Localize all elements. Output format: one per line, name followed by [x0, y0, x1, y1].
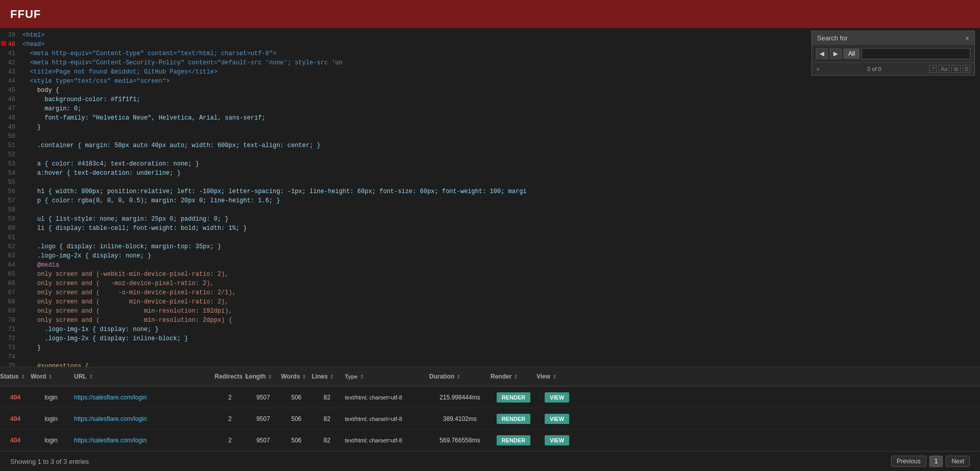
line-number: 61: [0, 233, 20, 242]
line-content: font-family: "Helvetica Neue", Helvetica…: [20, 113, 980, 123]
th-duration[interactable]: Duration ⇕: [429, 373, 491, 380]
line-number: 57: [0, 196, 20, 205]
render-button[interactable]: RENDER: [497, 435, 530, 445]
table-row: 404 login https://salesflare.com/login 2…: [0, 408, 980, 430]
view-button[interactable]: VIEW: [545, 414, 569, 424]
search-panel: Search for × ◀ ▶ All + 0 of 0 .* Aa \b S: [811, 31, 975, 76]
view-button[interactable]: VIEW: [545, 392, 569, 403]
cell-duration: 389.4102ms: [429, 415, 491, 422]
code-line: 67 only screen and ( -o-min-device-pixel…: [0, 288, 980, 297]
render-button[interactable]: RENDER: [497, 414, 530, 424]
line-number: 41: [0, 49, 20, 58]
line-number: 66: [0, 279, 20, 288]
cell-render: RENDER: [491, 435, 536, 445]
th-url[interactable]: URL ⇕: [72, 373, 215, 380]
bottom-table-container: Status ⇕ Word ⇕ URL ⇕ Redirects ⇕ Length…: [0, 367, 980, 451]
line-number: 42: [0, 58, 20, 67]
cell-word: login: [31, 437, 72, 444]
search-input-row: ◀ ▶ All: [812, 45, 974, 63]
cell-redirects: 2: [215, 394, 245, 401]
line-content: .logo-img-2x { display: none; }: [20, 251, 980, 261]
code-line: 46 background-color: #f1f1f1;: [0, 95, 980, 104]
title-bar: FFUF: [0, 0, 980, 28]
line-content: h1 { width: 800px; position:relative; le…: [20, 187, 980, 196]
line-content: only screen and ( min-resolution: 192dpi…: [20, 307, 980, 316]
cell-length: 9507: [245, 415, 281, 422]
code-line: 51 .container { margin: 50px auto 40px a…: [0, 141, 980, 150]
th-redirects[interactable]: Redirects ⇕: [215, 373, 245, 380]
code-line: 49 }: [0, 123, 980, 132]
line-content: ul { list-style: none; margin: 25px 0; p…: [20, 215, 980, 224]
search-input[interactable]: [861, 48, 970, 59]
next-button[interactable]: Next: [946, 456, 970, 467]
search-options: .* Aa \b S: [929, 65, 970, 73]
search-count: 0 of 0: [867, 66, 881, 72]
search-close-button[interactable]: ×: [965, 35, 969, 42]
th-length[interactable]: Length ⇕: [245, 373, 281, 380]
table-body: 404 login https://salesflare.com/login 2…: [0, 387, 980, 451]
line-content: only screen and (-webkit-min-device-pixe…: [20, 270, 980, 279]
th-words[interactable]: Words ⇕: [281, 373, 312, 380]
code-line: 44 <style type="text/css" media="screen"…: [0, 77, 980, 86]
line-number: 72: [0, 334, 20, 343]
line-number: 49: [0, 123, 20, 132]
th-view[interactable]: View ⇕: [536, 373, 577, 380]
line-number: 51: [0, 141, 20, 150]
code-line: 66 only screen and ( -moz-device-pixel-r…: [0, 279, 980, 288]
line-number: 59: [0, 215, 20, 224]
th-lines[interactable]: Lines ⇕: [312, 373, 342, 380]
cell-view: VIEW: [536, 414, 577, 424]
cell-view: VIEW: [536, 392, 577, 403]
code-line: 50: [0, 132, 980, 141]
code-line: 52: [0, 150, 980, 159]
line-number: 45: [0, 86, 20, 95]
cell-status: 404: [0, 415, 31, 422]
search-opt-regex[interactable]: .*: [929, 65, 937, 73]
code-line: 59 ul { list-style: none; margin: 25px 0…: [0, 215, 980, 224]
code-lines: 39<html>40<head>41 <meta http-equiv="Con…: [0, 28, 980, 367]
cell-render: RENDER: [491, 414, 536, 424]
code-line: 54 a:hover { text-decoration: underline;…: [0, 169, 980, 178]
th-type[interactable]: Type ⇕: [342, 373, 429, 380]
line-number: 52: [0, 150, 20, 159]
table-row: 404 login https://salesflare.com/login 2…: [0, 430, 980, 451]
th-status[interactable]: Status ⇕: [0, 373, 31, 380]
line-content: only screen and ( min-resolution: 2dppx)…: [20, 316, 980, 325]
search-all-button[interactable]: All: [844, 49, 859, 59]
line-number: 69: [0, 307, 20, 316]
line-content: a:hover { text-decoration: underline; }: [20, 169, 980, 178]
search-next-button[interactable]: ▶: [830, 49, 842, 59]
line-number: 68: [0, 297, 20, 307]
cell-lines: 82: [312, 437, 342, 444]
code-line: 71 .logo-img-1x { display: none; }: [0, 325, 980, 334]
line-number: 39: [0, 31, 20, 40]
line-content: only screen and ( -o-min-device-pixel-ra…: [20, 288, 980, 297]
line-content: @media: [20, 261, 980, 270]
cell-status: 404: [0, 437, 31, 444]
render-button[interactable]: RENDER: [497, 392, 530, 403]
view-button[interactable]: VIEW: [545, 435, 569, 445]
table-row: 404 login https://salesflare.com/login 2…: [0, 387, 980, 408]
search-opt-word[interactable]: \b: [951, 65, 960, 73]
cell-redirects: 2: [215, 437, 245, 444]
th-word[interactable]: Word ⇕: [31, 373, 72, 380]
main-content: Search for × ◀ ▶ All + 0 of 0 .* Aa \b S: [0, 28, 980, 471]
line-number: 56: [0, 187, 20, 196]
line-number: 60: [0, 224, 20, 233]
current-page: 1: [929, 456, 943, 467]
cell-url: https://salesflare.com/login: [72, 437, 215, 444]
search-opt-case[interactable]: Aa: [939, 65, 949, 73]
search-add-button[interactable]: +: [816, 65, 820, 73]
cell-type: text/html; charset=utf-8: [342, 394, 429, 401]
search-prev-button[interactable]: ◀: [816, 49, 828, 59]
line-number: 67: [0, 288, 20, 297]
code-line: 68 only screen and ( min-device-pixel-ra…: [0, 297, 980, 307]
line-number: 43: [0, 67, 20, 77]
previous-button[interactable]: Previous: [891, 456, 926, 467]
search-opt-s[interactable]: S: [963, 65, 970, 73]
line-number: 55: [0, 178, 20, 187]
cell-status: 404: [0, 394, 31, 401]
th-render[interactable]: Render ⇕: [491, 373, 536, 380]
line-content: li { display: table-cell; font-weight: b…: [20, 224, 980, 233]
code-editor: Search for × ◀ ▶ All + 0 of 0 .* Aa \b S: [0, 28, 980, 367]
